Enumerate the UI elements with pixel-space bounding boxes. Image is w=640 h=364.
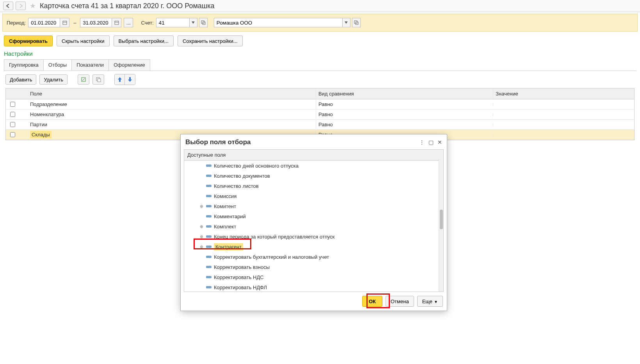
tab-design[interactable]: Оформление <box>108 59 150 71</box>
page-title: Карточка счета 41 за 1 квартал 2020 г. О… <box>40 2 215 10</box>
row-checkbox[interactable] <box>10 122 15 127</box>
actions-row: Сформировать Скрыть настройки Выбрать на… <box>0 32 640 49</box>
svg-rect-8 <box>98 79 101 82</box>
dialog-more-icon[interactable]: ⋮ <box>419 139 425 140</box>
row-checkbox[interactable] <box>10 112 15 117</box>
date-to-calendar-button[interactable] <box>112 18 121 27</box>
row-value <box>493 123 634 126</box>
account-dropdown-button[interactable] <box>190 18 197 27</box>
tab-filters[interactable]: Отборы <box>43 59 72 71</box>
col-field-header: Поле <box>28 88 316 99</box>
svg-rect-0 <box>63 21 67 25</box>
move-down-button[interactable] <box>125 74 135 85</box>
row-comparison: Равно <box>316 110 493 119</box>
tab-indicators[interactable]: Показатели <box>71 59 109 71</box>
nav-forward-button[interactable] <box>16 2 26 10</box>
period-dash: – <box>73 20 76 26</box>
dialog-title: Выбор поля отбора <box>185 138 251 140</box>
dialog-maximize-icon[interactable]: ▢ <box>428 139 434 140</box>
filters-toolbar: Добавить Удалить <box>0 71 640 88</box>
hide-settings-button[interactable]: Скрыть настройки <box>57 35 110 46</box>
date-to-wrap <box>80 18 121 27</box>
row-checkbox[interactable] <box>10 102 15 107</box>
dialog-close-icon[interactable]: ✕ <box>437 139 442 140</box>
svg-rect-2 <box>115 21 119 25</box>
period-select-button[interactable]: ... <box>124 18 133 27</box>
favorite-star-icon[interactable]: ★ <box>30 2 36 10</box>
table-row[interactable]: ПартииРавно <box>6 120 634 130</box>
date-from-calendar-button[interactable] <box>60 18 69 27</box>
move-group <box>114 74 135 85</box>
account-input[interactable] <box>156 18 190 27</box>
copy-icon-button[interactable] <box>92 74 104 85</box>
org-dropdown-button[interactable] <box>343 18 350 27</box>
titlebar: ★ Карточка счета 41 за 1 квартал 2020 г.… <box>0 0 640 12</box>
settings-heading: Настройки <box>0 49 640 59</box>
move-up-button[interactable] <box>115 74 125 85</box>
row-field: Номенклатура <box>28 110 316 119</box>
row-field: Подразделение <box>28 100 316 109</box>
date-from-wrap <box>28 18 69 27</box>
period-toolbar: Период: – ... Счет: <box>2 14 638 32</box>
tab-grouping[interactable]: Группировка <box>4 59 44 71</box>
delete-filter-button[interactable]: Удалить <box>39 74 68 85</box>
row-comparison: Равно <box>316 100 493 109</box>
row-comparison: Равно <box>316 120 493 129</box>
row-value <box>493 133 634 136</box>
org-input[interactable] <box>214 18 343 27</box>
table-row[interactable]: НоменклатураРавно <box>6 110 634 120</box>
date-to-input[interactable] <box>80 18 112 27</box>
nav-back-button[interactable] <box>3 2 13 10</box>
add-filter-button[interactable]: Добавить <box>5 74 36 85</box>
edit-icon-button[interactable] <box>78 74 89 85</box>
filters-table-header: Поле Вид сравнения Значение <box>6 88 634 99</box>
account-label: Счет: <box>141 20 153 26</box>
row-checkbox[interactable] <box>10 132 15 137</box>
col-val-header: Значение <box>493 88 634 99</box>
account-wrap <box>156 18 208 27</box>
filters-table: Поле Вид сравнения Значение Подразделени… <box>5 88 635 140</box>
form-report-button[interactable]: Сформировать <box>4 35 53 46</box>
account-open-button[interactable] <box>199 18 208 27</box>
dialog-titlebar: Выбор поля отбора ⋮ ▢ ✕ <box>181 134 447 140</box>
org-open-button[interactable] <box>352 18 361 27</box>
settings-tabs: Группировка Отборы Показатели Оформление <box>4 59 636 71</box>
row-field: Партии <box>28 120 316 129</box>
table-row[interactable]: ПодразделениеРавно <box>6 99 634 110</box>
date-from-input[interactable] <box>28 18 60 27</box>
save-settings-button[interactable]: Сохранить настройки... <box>178 35 243 46</box>
choose-settings-button[interactable]: Выбрать настройки... <box>114 35 174 46</box>
col-comp-header: Вид сравнения <box>316 88 493 99</box>
row-value <box>493 113 634 116</box>
org-wrap <box>214 18 361 27</box>
row-value <box>493 103 634 106</box>
field-select-dialog: Выбор поля отбора ⋮ ▢ ✕ Доступные поля К… <box>180 134 447 140</box>
period-label: Период: <box>7 20 26 26</box>
